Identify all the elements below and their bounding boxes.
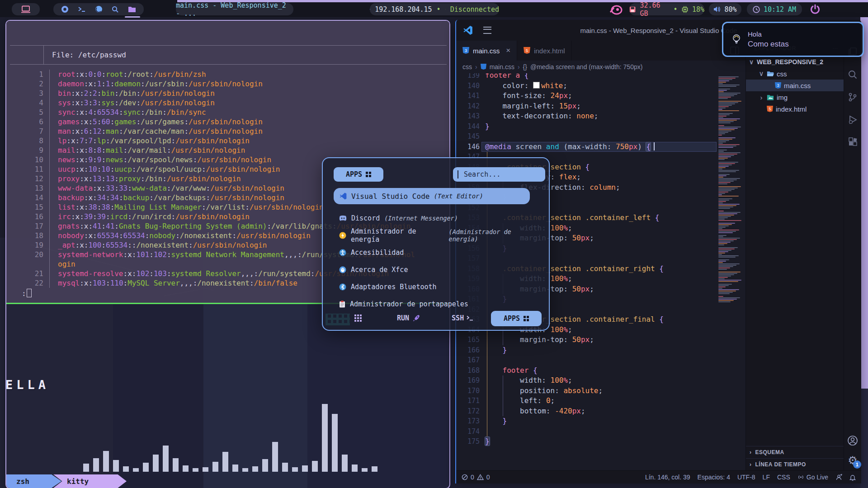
- clock-time: 10:12 AM: [764, 5, 796, 14]
- code-line-171[interactable]: left: 0;: [481, 396, 717, 406]
- breadcrumb-symbol[interactable]: @media screen and (max-width: 750px): [530, 63, 642, 70]
- chevron-icon: ∨: [759, 70, 764, 78]
- notification-popup[interactable]: Hola Como estas: [722, 22, 864, 57]
- section-esquema[interactable]: › ESQUEMA: [746, 446, 844, 458]
- cava-bar: [342, 455, 348, 472]
- bat-file-title: File: /etc/passwd: [44, 46, 126, 64]
- launcher-run-button[interactable]: RUN: [397, 314, 420, 322]
- code-line-139[interactable]: footer a {: [481, 73, 717, 81]
- breadcrumb-css[interactable]: css: [462, 63, 472, 70]
- source-control-icon[interactable]: [848, 92, 858, 102]
- chevron-icon: ›: [759, 94, 764, 101]
- svg-text:3: 3: [777, 83, 779, 88]
- language-mode[interactable]: CSS: [777, 474, 790, 481]
- focused-window-title[interactable]: main.css - Web_Responsive_2 - ...: [176, 3, 293, 15]
- run-debug-icon[interactable]: [848, 115, 858, 125]
- launcher-item-label: Discord: [351, 214, 380, 222]
- code-line-145[interactable]: [481, 131, 717, 142]
- tab-main-css[interactable]: 3 main.css ×: [456, 41, 517, 61]
- breadcrumb-file[interactable]: main.css: [490, 63, 514, 70]
- workspace-terminal-icon[interactable]: [78, 6, 86, 13]
- code-line-142[interactable]: margin-left: 15px;: [481, 101, 717, 112]
- tree-item-main.css[interactable]: 3main.css: [746, 80, 844, 91]
- pager-prompt: :: [22, 289, 32, 298]
- feedback-icon[interactable]: [835, 474, 842, 481]
- resources-widget[interactable]: 32.66 GB • 18%: [629, 3, 704, 15]
- code-line-168[interactable]: footer {: [481, 366, 717, 376]
- go-live-button[interactable]: Go Live: [797, 474, 828, 481]
- workspace-search-icon[interactable]: [112, 6, 119, 13]
- code-line-175[interactable]: }: [481, 436, 717, 447]
- color-swatch: [533, 82, 540, 89]
- passwd-line: 3bin:x:2:2:bin:/bin:/usr/sbin/nologin: [10, 89, 447, 98]
- launcher-item[interactable]: Acerca de Xfce: [339, 261, 540, 278]
- tree-item-css[interactable]: ∨css: [746, 68, 844, 80]
- launcher-ssh-button[interactable]: SSH: [452, 314, 473, 322]
- all-apps-grid-icon[interactable]: [354, 314, 362, 322]
- indentation[interactable]: Espacios: 4: [698, 474, 730, 481]
- tab-kitty[interactable]: kitty: [53, 474, 127, 488]
- code-line-143[interactable]: text-decoration: none;: [481, 111, 717, 122]
- settings-gear-icon[interactable]: ⚙ 1: [848, 455, 858, 466]
- bell-icon[interactable]: [849, 474, 856, 481]
- code-line-144[interactable]: }: [481, 122, 717, 132]
- launcher-apps-tab-active[interactable]: APPS: [491, 311, 542, 326]
- code-line-169[interactable]: width: 100%;: [481, 375, 717, 386]
- eol-type[interactable]: LF: [763, 474, 770, 481]
- code-line-165[interactable]: margin-top: 50px;: [481, 335, 717, 345]
- volume-widget[interactable]: 80%: [709, 3, 741, 15]
- explorer-root-folder[interactable]: ∨ WEB_RESPONSIVE_2: [746, 56, 844, 68]
- code-line-173[interactable]: }: [481, 416, 717, 427]
- passwd-line: 9mail:x:8:8:mail:/var/mail:/usr/sbin/nol…: [10, 145, 447, 155]
- desktop: ELLA: [0, 0, 868, 488]
- blender-icon[interactable]: [609, 3, 623, 16]
- app-launcher[interactable]: APPS Search... Visual Studio Code (Text …: [322, 157, 550, 331]
- launcher-footer: RUN SSH APPS: [323, 310, 549, 326]
- code-line-140[interactable]: color: white;: [481, 81, 717, 91]
- terminal-cursor: [27, 289, 32, 297]
- code-line-141[interactable]: font-size: 24px;: [481, 91, 717, 101]
- workspace-firefox-icon[interactable]: [95, 5, 103, 13]
- system-button[interactable]: [12, 3, 40, 15]
- memory-usage: 32.66 GB: [640, 1, 669, 18]
- tab-index-html[interactable]: 5 index.html: [517, 41, 571, 61]
- extensions-icon[interactable]: [848, 137, 858, 147]
- launcher-search-input[interactable]: Search...: [453, 167, 545, 182]
- minimap[interactable]: [718, 75, 745, 303]
- code-line-146[interactable]: @media screen and (max-width: 750px) {: [481, 142, 717, 152]
- launcher-item[interactable]: Administrador de energía(Administrador d…: [339, 227, 540, 244]
- account-icon[interactable]: [847, 435, 858, 446]
- launcher-item[interactable]: Accesibilidad: [339, 244, 540, 261]
- error-count[interactable]: 0: [471, 474, 474, 481]
- cava-bar: [212, 462, 218, 472]
- workspace-chromium-icon[interactable]: [61, 5, 69, 13]
- code-line-166[interactable]: }: [481, 345, 717, 356]
- tab-zsh[interactable]: zsh: [6, 474, 61, 488]
- search-icon[interactable]: [848, 70, 858, 80]
- code-line-170[interactable]: position: absolute;: [481, 386, 717, 396]
- code-line-167[interactable]: [481, 355, 717, 366]
- section-timeline[interactable]: › LÍNEA DE TIEMPO: [746, 458, 844, 470]
- encoding[interactable]: UTF-8: [737, 474, 755, 481]
- cursor-position[interactable]: Lín. 146, col. 39: [645, 474, 690, 481]
- launcher-item-label: Administrador de portapapeles: [350, 300, 468, 308]
- warning-count[interactable]: 0: [486, 474, 490, 481]
- code-line-174[interactable]: [481, 427, 717, 437]
- launcher-item-selected[interactable]: Visual Studio Code (Text Editor): [334, 188, 530, 204]
- launcher-item[interactable]: Adaptadores Bluetooth: [339, 278, 540, 296]
- close-tab-icon[interactable]: ×: [506, 46, 510, 55]
- code-line-172[interactable]: bottom: -420px;: [481, 406, 717, 417]
- cava-bar: [322, 404, 328, 472]
- cava-bar: [113, 460, 119, 472]
- breadcrumb[interactable]: css › main.css › {} @media screen and (m…: [456, 61, 745, 73]
- power-icon[interactable]: [809, 4, 821, 15]
- network-status-widget[interactable]: 192.168.204.15 • Disconnected: [370, 3, 499, 15]
- workspace-files-icon[interactable]: [128, 6, 136, 13]
- clock-widget[interactable]: 10:12 AM: [747, 3, 802, 15]
- tree-item-index.html[interactable]: 5index.html: [746, 103, 844, 115]
- launcher-apps-button[interactable]: APPS: [334, 167, 383, 182]
- launcher-item[interactable]: Discord(Internet Messenger): [339, 210, 540, 227]
- tree-item-img[interactable]: ›img: [746, 91, 844, 103]
- css-icon: [481, 64, 486, 70]
- cava-bar: [242, 468, 248, 472]
